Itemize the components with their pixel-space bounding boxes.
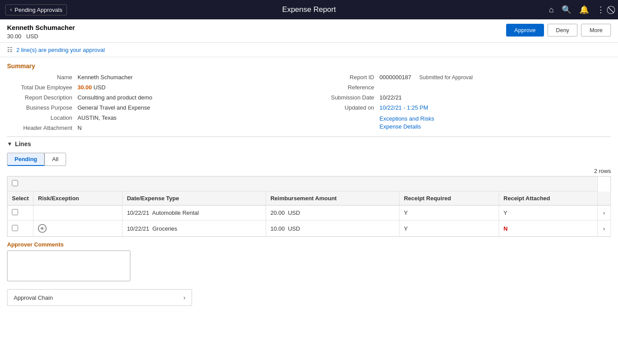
col-header-date: Date/Expense Type	[122, 191, 266, 206]
deny-button[interactable]: Deny	[548, 24, 577, 37]
expense-type: Groceries	[152, 225, 177, 232]
table-header-row: Select Risk/Exception Date/Expense Type …	[7, 191, 611, 206]
links-field: Exceptions and Risks Expense Details	[309, 114, 611, 130]
receipt-required-value: Y	[404, 210, 408, 216]
select-all-row	[7, 176, 611, 191]
col-header-receipt-attached: Receipt Attached	[499, 191, 598, 206]
risk-exception-icon: 👁	[38, 224, 47, 233]
receipt-required-cell: Y	[399, 221, 499, 237]
report-id-label: Report ID	[309, 74, 380, 81]
location-label: Location	[7, 114, 78, 121]
receipt-required-cell: Y	[399, 206, 499, 221]
purpose-value: General Travel and Expense	[78, 104, 150, 111]
desc-label: Report Description	[7, 94, 78, 101]
lines-header: ▼ Lines	[0, 137, 618, 151]
summary-left: Name Kenneth Schumacher Total Due Employ…	[7, 74, 309, 131]
top-nav-bar: ‹ Pending Approvals Expense Report ⌂ 🔍 🔔…	[0, 0, 618, 19]
row-detail-chevron[interactable]: ›	[598, 221, 611, 237]
purpose-label: Business Purpose	[7, 104, 78, 111]
report-id-status: Submitted for Approval	[419, 74, 473, 81]
table-row: 10/22/21 Automobile Rental20.00 USDYY›	[7, 206, 611, 221]
date-expense-cell: 10/22/21 Automobile Rental	[122, 206, 266, 221]
submission-date-label: Submission Date	[309, 94, 380, 101]
reimb-currency: USD	[288, 225, 300, 232]
tab-all[interactable]: All	[44, 153, 66, 166]
approver-comments-textarea[interactable]	[7, 250, 130, 281]
more-vert-icon[interactable]: ⋮	[597, 5, 605, 15]
expense-type: Automobile Rental	[152, 210, 199, 216]
total-due-label: Total Due Employee	[7, 84, 78, 91]
lines-tabs: Pending All	[0, 151, 618, 166]
lines-table-wrapper: Select Risk/Exception Date/Expense Type …	[0, 176, 618, 237]
page-title: Expense Report	[282, 5, 336, 14]
row-checkbox[interactable]	[12, 209, 18, 215]
approval-chain-label: Approval Chain	[14, 294, 53, 301]
header-area: Kenneth Schumacher 30.00 USD Approve Den…	[0, 19, 618, 43]
submission-date-field: Submission Date 10/22/21	[309, 94, 611, 101]
approve-button[interactable]: Approve	[506, 24, 544, 37]
summary-section: Summary Name Kenneth Schumacher Total Du…	[0, 57, 618, 136]
home-icon[interactable]: ⌂	[549, 5, 554, 15]
row-detail-chevron[interactable]: ›	[598, 206, 611, 221]
col-header-detail	[598, 191, 611, 206]
desc-value: Consulting and product demo	[78, 94, 152, 101]
header-attach-label: Header Attachment	[7, 125, 78, 131]
location-value: AUSTIN, Texas	[78, 114, 117, 121]
approval-chain-section[interactable]: Approval Chain ›	[7, 289, 192, 306]
approver-comments-section: Approver Comments	[0, 237, 618, 286]
header-left: Kenneth Schumacher 30.00 USD	[7, 24, 75, 40]
more-button[interactable]: More	[581, 24, 611, 37]
report-id-value: 0000000187	[380, 74, 411, 81]
amount-cell: 10.00 USD	[266, 221, 399, 237]
lines-title: Lines	[15, 140, 31, 147]
report-id-field: Report ID 0000000187 Submitted for Appro…	[309, 74, 611, 81]
approval-chain-chevron-icon: ›	[183, 294, 185, 301]
updated-on-value: 10/22/21 - 1:25 PM	[380, 104, 429, 111]
notification-bar: ☷ 2 line(s) are pending your approval	[0, 43, 618, 57]
col-header-amount: Reimbursement Amount	[266, 191, 399, 206]
reference-label: Reference	[309, 84, 380, 91]
updated-on-field: Updated on 10/22/21 - 1:25 PM	[309, 104, 611, 111]
risk-cell: 👁	[33, 221, 122, 237]
col-header-select: Select	[7, 191, 33, 206]
bell-icon[interactable]: 🔔	[579, 5, 589, 15]
receipt-attached-value: Y	[503, 210, 507, 216]
purpose-field: Business Purpose General Travel and Expe…	[7, 104, 309, 111]
lines-collapse-icon[interactable]: ▼	[7, 141, 12, 147]
location-field: Location AUSTIN, Texas	[7, 114, 309, 121]
summary-right: Report ID 0000000187 Submitted for Appro…	[309, 74, 611, 131]
summary-title: Summary	[7, 63, 611, 70]
reimb-currency: USD	[288, 210, 300, 216]
exceptions-risks-link[interactable]: Exceptions and Risks	[380, 115, 434, 122]
back-button[interactable]: ‹ Pending Approvals	[5, 4, 67, 15]
receipt-required-value: Y	[404, 225, 408, 232]
employee-name: Kenneth Schumacher	[7, 24, 75, 31]
submission-date-value: 10/22/21	[380, 94, 402, 101]
name-label: Name	[7, 74, 78, 81]
updated-on-label: Updated on	[309, 104, 380, 111]
chevron-left-icon: ‹	[10, 7, 12, 13]
tab-pending[interactable]: Pending	[7, 153, 44, 166]
risk-cell	[33, 206, 122, 221]
approver-comments-label: Approver Comments	[7, 241, 611, 248]
rows-count: 2 rows	[0, 166, 618, 176]
reimb-amount: 10.00	[270, 225, 285, 232]
nav-icons: ⌂ 🔍 🔔 ⋮ ⃠	[549, 5, 613, 15]
expense-details-link[interactable]: Expense Details	[380, 123, 434, 130]
receipt-attached-cell: Y	[499, 206, 598, 221]
select-all-checkbox[interactable]	[12, 180, 18, 186]
back-label: Pending Approvals	[15, 7, 62, 13]
header-attach-field: Header Attachment N	[7, 125, 309, 131]
notification-text[interactable]: 2 line(s) are pending your approval	[16, 47, 105, 53]
name-value: Kenneth Schumacher	[78, 74, 133, 81]
col-header-receipt-required: Receipt Required	[399, 191, 499, 206]
lines-table: Select Risk/Exception Date/Expense Type …	[7, 176, 611, 237]
row-checkbox[interactable]	[12, 225, 18, 231]
reference-field: Reference	[309, 84, 611, 91]
search-icon[interactable]: 🔍	[562, 5, 571, 15]
total-due-field: Total Due Employee 30.00 USD	[7, 84, 309, 91]
expense-date: 10/22/21	[127, 225, 149, 232]
name-field: Name Kenneth Schumacher	[7, 74, 309, 81]
amount-cell: 20.00 USD	[266, 206, 399, 221]
receipt-attached-cell: N	[499, 221, 598, 237]
